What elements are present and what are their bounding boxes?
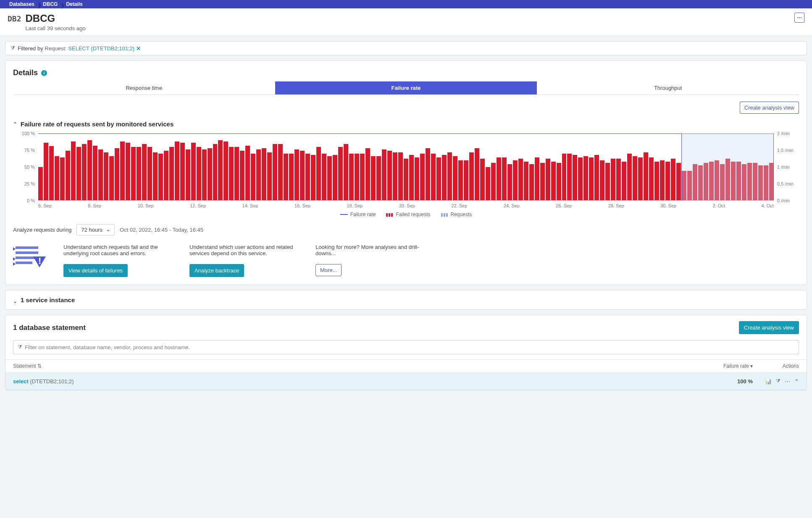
tab-response-time[interactable]: Response time xyxy=(13,81,275,94)
chart-bar xyxy=(158,154,163,200)
chevron-up-icon: ⌃ xyxy=(13,121,17,127)
chart-bar xyxy=(376,156,381,200)
chart-bar xyxy=(251,154,255,200)
breadcrumb-dbcg[interactable]: DBCG xyxy=(39,1,62,7)
row-failure-rate: 100 % xyxy=(702,378,753,385)
filter-remove-icon[interactable]: ✕ xyxy=(136,45,141,52)
page-title: DBCG xyxy=(26,13,86,24)
chart-bar xyxy=(333,155,337,200)
chart-bar xyxy=(115,148,119,200)
chart-bar xyxy=(393,152,397,200)
chart-bar xyxy=(365,148,370,200)
x-tick: 8. Sep xyxy=(88,203,101,208)
chart-bar xyxy=(197,147,201,200)
statements-title: 1 database statement xyxy=(13,324,86,332)
breadcrumb-details[interactable]: Details xyxy=(62,1,87,7)
filter-icon: ⧩ xyxy=(18,344,22,351)
chart-bar xyxy=(594,155,599,200)
chart-bar xyxy=(480,159,485,200)
col-failure-rate[interactable]: Failure rate ▾ xyxy=(702,363,753,369)
chart-bar xyxy=(289,154,294,200)
chart-bar xyxy=(93,146,97,200)
filter-field: Request: xyxy=(45,45,66,52)
chart-bar xyxy=(682,171,686,200)
service-instance-panel: ⌃ 1 service instance xyxy=(5,290,807,310)
chart-bar xyxy=(256,149,261,200)
view-failures-button[interactable]: View details of failures xyxy=(63,264,128,277)
statements-panel: 1 database statement Create analysis vie… xyxy=(5,315,807,390)
chart-bar xyxy=(611,159,615,200)
chart-bar xyxy=(218,140,223,200)
chart-bar xyxy=(131,147,136,200)
chart-bar xyxy=(66,151,70,200)
statement-filter-input[interactable]: ⧩ Filter on statement, database name, ve… xyxy=(13,340,799,354)
chart-bar xyxy=(535,157,539,200)
chart-bar xyxy=(327,156,332,200)
chart-bar xyxy=(633,156,637,200)
x-tick: 20. Sep xyxy=(399,203,415,208)
more-button[interactable]: More... xyxy=(315,264,342,276)
breadcrumb-databases[interactable]: Databases xyxy=(5,1,39,7)
chart-bar xyxy=(578,157,583,200)
chart-bar xyxy=(169,147,174,200)
details-title: Details xyxy=(13,68,38,77)
chart-bar xyxy=(491,163,496,200)
header: DB2 DBCG Last call 39 seconds ago ⋯ xyxy=(0,8,812,36)
analyze-label: Analyze requests during xyxy=(13,227,71,233)
header-more-button[interactable]: ⋯ xyxy=(794,13,804,23)
info-icon[interactable]: i xyxy=(41,70,47,76)
chart-bar xyxy=(344,144,348,200)
chart-bar xyxy=(338,147,343,200)
row-chart-icon[interactable]: 📊 xyxy=(765,378,772,385)
chart: 100 % 75 % 50 % 25 % 0 % 2 /min 1.5 /min… xyxy=(13,133,799,217)
chart-bar xyxy=(126,143,130,200)
analyze-backtrace-button[interactable]: Analyze backtrace xyxy=(189,264,244,277)
chart-bar xyxy=(497,157,501,200)
service-instance-toggle[interactable]: ⌃ 1 service instance xyxy=(13,296,799,303)
row-filter-icon[interactable]: ⧩ xyxy=(776,378,780,385)
chart-bar xyxy=(349,154,354,200)
chart-bar xyxy=(267,152,272,200)
legend-failure-rate: Failure rate xyxy=(340,212,376,217)
period-dropdown[interactable]: 72 hours xyxy=(76,224,115,235)
chart-bar xyxy=(316,147,321,200)
chart-bar xyxy=(627,154,632,200)
create-analysis-button-2[interactable]: Create analysis view xyxy=(739,321,799,334)
x-tick: 26. Sep xyxy=(556,203,572,208)
chart-bar xyxy=(742,164,746,200)
table-row[interactable]: select (DTETDB2;101;2) 100 % 📊 ⧩ ⋯ ⌃ xyxy=(5,373,807,390)
statement-link[interactable]: select xyxy=(13,378,29,385)
chart-bar xyxy=(175,141,179,200)
table-header: Statement ⇅ Failure rate ▾ Actions xyxy=(5,359,807,373)
chart-bars xyxy=(38,133,774,201)
chart-bar xyxy=(725,159,730,200)
filter-chip[interactable]: SELECT (DTETDB2;101;2)✕ xyxy=(68,45,141,52)
card-failures-text: Understand which requests fail and the u… xyxy=(63,244,173,259)
tabs: Response time Failure rate Throughput xyxy=(13,81,799,95)
analyze-row: Analyze requests during 72 hours Oct 02,… xyxy=(13,224,799,235)
chart-section-header[interactable]: ⌃ Failure rate of requests sent by monit… xyxy=(13,120,799,128)
col-statement[interactable]: Statement ⇅ xyxy=(13,363,702,369)
analysis-cards: ! Understand which requests fail and the… xyxy=(13,244,799,277)
tab-throughput[interactable]: Throughput xyxy=(537,81,799,94)
chart-bar xyxy=(589,157,594,200)
chart-bar xyxy=(44,143,48,200)
chart-bar xyxy=(654,162,659,200)
x-tick: 12. Sep xyxy=(190,203,206,208)
breadcrumb: Databases DBCG Details xyxy=(0,0,812,8)
filter-label: Filtered by xyxy=(18,45,43,52)
create-analysis-button[interactable]: Create analysis view xyxy=(740,102,799,114)
x-tick: 6. Sep xyxy=(38,203,52,208)
row-more-icon[interactable]: ⋯ xyxy=(785,378,790,385)
chart-bar xyxy=(322,154,326,200)
chart-bar xyxy=(704,163,708,200)
chart-bar xyxy=(660,160,665,200)
tab-failure-rate[interactable]: Failure rate xyxy=(275,81,537,94)
chart-bar xyxy=(164,151,168,200)
legend-failed-requests: ▮▮▮Failed requests xyxy=(386,212,430,217)
chart-bar xyxy=(147,147,152,200)
chart-bar xyxy=(442,155,447,200)
row-chevron-up-icon[interactable]: ⌃ xyxy=(794,378,799,385)
chart-bar xyxy=(202,149,207,200)
chart-bar xyxy=(294,149,299,200)
